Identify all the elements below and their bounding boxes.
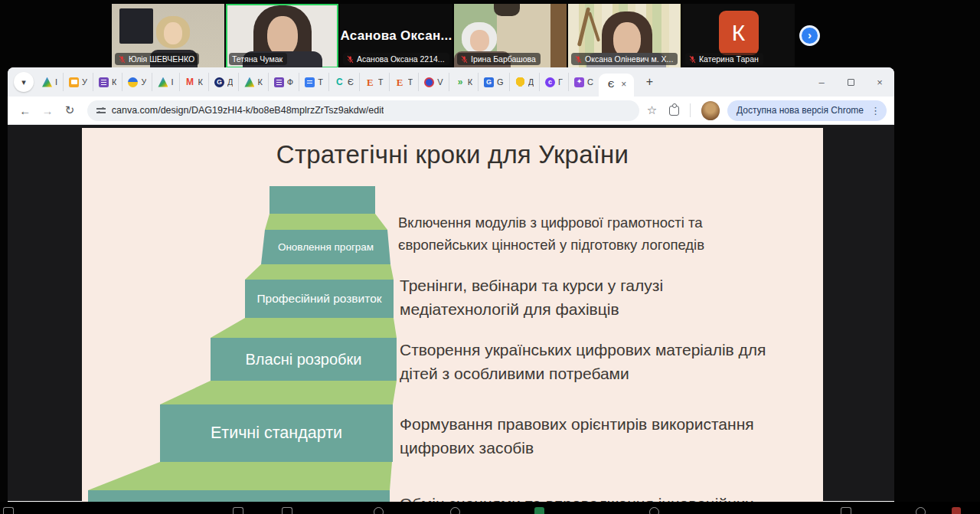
- participant-name: Катерина Таран: [699, 54, 759, 64]
- menu-dots-icon[interactable]: ⋮: [869, 105, 882, 116]
- taskbar-icon-partial[interactable]: [374, 507, 384, 514]
- pinned-tab[interactable]: CЄ: [329, 73, 360, 91]
- pinned-tab[interactable]: »К: [449, 73, 479, 91]
- address-bar[interactable]: canva.com/design/DAG19zHI4-k/bo8eB48mplr…: [87, 100, 639, 121]
- forms-icon: [274, 77, 284, 87]
- participant-name: Ірина Барбашова: [471, 54, 536, 64]
- avatar-letter: К: [732, 20, 745, 46]
- forms-icon: [99, 77, 109, 87]
- taskbar-icon-partial[interactable]: [916, 507, 926, 514]
- step-description: Обмін знаннями та впровадження інновацій…: [400, 492, 798, 502]
- pinned-tab[interactable]: GG: [479, 73, 510, 91]
- step-description: Формування правових орієнтирів використа…: [400, 412, 775, 460]
- new-tab-button[interactable]: +: [640, 75, 658, 89]
- pinned-tab[interactable]: GД: [209, 73, 239, 91]
- pinned-tab[interactable]: MК: [180, 73, 209, 91]
- maximize-button[interactable]: [836, 77, 865, 88]
- pinned-tab[interactable]: Ф: [269, 73, 299, 91]
- slide-title: Стратегічні кроки для України: [82, 140, 823, 169]
- pinned-tab[interactable]: EТ: [360, 73, 390, 91]
- participant-name: Асанова Оксана 2214...: [357, 54, 445, 64]
- participant-tile-camera-off[interactable]: Асанова Оксан... Асанова Оксана 2214...: [340, 4, 452, 68]
- taskbar-icon-partial[interactable]: [952, 507, 961, 514]
- participant-tile[interactable]: Юлія ШЕВЧЕНКО: [112, 4, 224, 68]
- g-square-icon: G: [484, 77, 494, 87]
- tab-search-button[interactable]: ▾: [14, 72, 34, 92]
- reload-button[interactable]: ↻: [60, 103, 80, 117]
- purple-circle-icon: c: [545, 77, 555, 87]
- taskbar-icon-partial[interactable]: [450, 507, 460, 514]
- pinned-tab[interactable]: cГ: [540, 73, 569, 91]
- active-tab[interactable]: Є ×: [599, 74, 634, 97]
- participant-name: Тетяна Чумак: [232, 54, 283, 64]
- drive-icon: [244, 77, 254, 87]
- drive-icon: [158, 77, 168, 87]
- tab-bar: ▾ І У К У І MК GД К Ф Т CЄ EТ EТ V »К GG…: [8, 67, 894, 97]
- taskbar: [0, 502, 980, 514]
- presentation-slide[interactable]: Стратегічні кроки для України Оновлення …: [82, 128, 823, 502]
- taskbar-icon-partial[interactable]: [233, 507, 243, 514]
- participant-tile[interactable]: Ірина Барбашова: [454, 4, 567, 68]
- arrows-icon: »: [455, 77, 465, 87]
- taskbar-icon-partial[interactable]: [282, 507, 292, 514]
- participant-avatar: К: [719, 11, 759, 55]
- taskbar-icon-partial[interactable]: [3, 507, 14, 514]
- muted-mic-icon: [688, 55, 697, 64]
- participant-name-label: Оксана Оліневич м. Х...: [571, 53, 678, 65]
- url-text[interactable]: canva.com/design/DAG19zHI4-k/bo8eB48mplr…: [112, 105, 384, 116]
- pinned-tab[interactable]: Т: [299, 73, 329, 91]
- pinned-tab[interactable]: Д: [510, 73, 540, 91]
- pinned-tab[interactable]: V: [419, 73, 449, 91]
- close-window-button[interactable]: ×: [865, 77, 894, 88]
- pinned-tab[interactable]: І: [152, 73, 179, 91]
- active-tab-title: Є: [608, 80, 614, 89]
- step-face: Власні розробки: [211, 338, 397, 381]
- step-description: Включення модулів з цифрової грамотності…: [398, 211, 710, 256]
- participant-tile-active-speaker[interactable]: Тетяна Чумак: [226, 4, 338, 68]
- gmail-icon: M: [185, 77, 195, 87]
- participant-name-label: Ірина Барбашова: [457, 53, 541, 65]
- participant-tile[interactable]: Оксана Оліневич м. Х...: [568, 4, 681, 68]
- screen: Юлія ШЕВЧЕНКО Тетяна Чумак Асанова Оксан…: [0, 0, 980, 514]
- purple-square-icon: ✦: [574, 77, 584, 87]
- drive-icon: [42, 77, 52, 87]
- pinned-tab[interactable]: У: [64, 73, 93, 91]
- participant-name-label: Катерина Таран: [685, 53, 763, 65]
- ukraine-circle-icon: [128, 77, 138, 87]
- step-description: Тренінги, вебінари та курси у галузі мед…: [400, 273, 706, 321]
- profile-avatar[interactable]: [701, 101, 720, 120]
- step-top-surface: [88, 462, 393, 490]
- pinned-tab[interactable]: EТ: [390, 73, 420, 91]
- muted-mic-icon: [574, 55, 583, 64]
- pinned-tab[interactable]: К: [239, 73, 268, 91]
- pinned-tab[interactable]: К: [93, 73, 122, 91]
- extensions-icon[interactable]: [669, 106, 679, 116]
- folder-icon: [69, 77, 79, 87]
- window-controls: – ×: [807, 67, 894, 97]
- c-icon: C: [335, 77, 345, 87]
- bookmark-star-button[interactable]: ☆: [642, 103, 662, 117]
- taskbar-icon-partial[interactable]: [841, 507, 851, 514]
- minimize-button[interactable]: –: [807, 77, 836, 88]
- chrome-update-label: Доступна нова версія Chrome: [737, 105, 864, 116]
- pinned-tab[interactable]: І: [37, 73, 64, 91]
- docs-icon: [305, 77, 315, 87]
- participant-face: [267, 16, 298, 56]
- next-participants-button[interactable]: ›: [799, 25, 820, 46]
- site-settings-icon[interactable]: [96, 106, 106, 114]
- close-tab-icon[interactable]: ×: [621, 79, 626, 90]
- taskbar-icon-partial[interactable]: [649, 507, 659, 514]
- taskbar-icon-partial[interactable]: [534, 507, 544, 514]
- participant-name-label: Тетяна Чумак: [229, 53, 287, 65]
- pinned-tab[interactable]: ✦С: [569, 73, 599, 91]
- e-icon: E: [365, 77, 375, 87]
- step-label: Етичні стандарти: [211, 424, 342, 443]
- back-button[interactable]: ←: [15, 104, 34, 117]
- chrome-update-button[interactable]: Доступна нова версія Chrome ⋮: [727, 100, 887, 121]
- forward-button[interactable]: →: [38, 104, 57, 117]
- step-top-surface: [160, 381, 397, 404]
- step-label: Оновлення програм: [278, 241, 374, 253]
- pinned-tab[interactable]: У: [122, 73, 152, 91]
- step-face-bottom: [88, 490, 390, 502]
- participant-tile-avatar[interactable]: К Катерина Таран: [682, 4, 795, 68]
